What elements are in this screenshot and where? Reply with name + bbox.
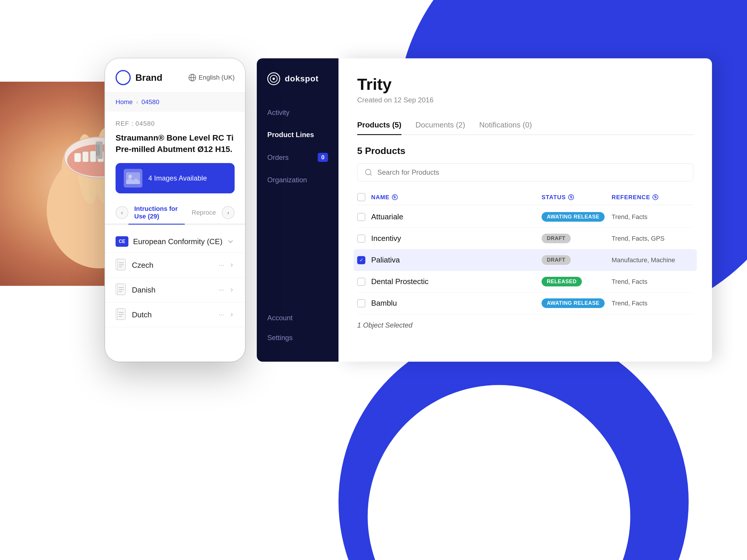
product-name: Paliativa [371,256,542,265]
svg-rect-10 [90,151,96,162]
tab-next-button[interactable]: › [222,206,235,219]
phone-tabs: ‹ Intructions for Use (29) Reproce › [105,202,245,224]
name-sort-icon[interactable]: ⇅ [392,194,398,200]
language-selector[interactable]: English (UK) [188,74,235,82]
phone-header: Brand English (UK) [105,58,245,92]
row-checkbox[interactable]: ✓ [357,256,365,264]
table-row[interactable]: Dental Prostectic RELEASED Trend, Facts [357,271,693,293]
table-row[interactable]: ✓ Paliativa DRAFT Manufacture, Machine [354,249,697,271]
sidebar-item-orders[interactable]: Orders 0 [257,146,338,169]
list-item-dots[interactable]: ··· [219,286,224,294]
list-item[interactable]: Danish ··· [105,278,245,302]
brand-logo-circle [115,70,131,85]
sidebar-logo: dokspot [257,72,338,102]
ce-badge: CE [115,236,128,247]
product-name: Incentivy [371,234,542,243]
svg-point-42 [273,78,275,80]
row-checkbox[interactable] [357,235,365,243]
orders-badge: 0 [318,153,328,162]
list-item-dots[interactable]: ··· [219,261,224,269]
list-item-name: Dutch [132,310,152,319]
document-icon [115,284,126,296]
tab-ifu[interactable]: Intructions for Use (29) [128,202,185,224]
language-label: English (UK) [199,74,235,81]
table-row[interactable]: Bamblu AWATING RELEASE Trend, Facts [357,293,693,314]
chevron-right-icon [229,312,235,318]
status-badge: DRAFT [542,234,571,243]
search-input[interactable] [377,168,686,177]
row-checkbox[interactable] [357,299,365,308]
reference-sort-icon[interactable]: ⇅ [652,194,658,200]
sidebar-item-activity[interactable]: Activity [257,102,338,124]
chevron-right-icon [229,262,235,268]
svg-rect-9 [83,152,88,162]
list-item[interactable]: Czech ··· [105,253,245,278]
list-item-name: Danish [132,286,156,295]
product-reference: Trend, Facts, GPS [612,235,693,242]
status-badge: AWATING RELEASE [542,212,604,222]
images-count-label: 4 Images Available [148,174,207,182]
breadcrumb-ref[interactable]: 04580 [141,98,159,106]
main-tabs: Products (5)Documents (2)Notifications (… [357,116,693,135]
product-reference: Trend, Facts [612,278,693,286]
svg-point-43 [366,169,371,175]
sidebar-item-product-lines[interactable]: Product Lines [257,124,338,146]
status-badge: RELEASED [542,277,582,287]
main-panel: Trity Created on 12 Sep 2016 Products (5… [338,58,712,362]
tab-products[interactable]: Products (5) [357,116,402,135]
list-item-name: Czech [132,261,153,270]
image-thumbnail [124,169,143,188]
phone-content: REF : 04580 Straumann® Bone Level RC Ti … [105,112,245,362]
search-bar[interactable] [357,163,693,181]
ce-label: European Conformity (CE) [133,237,222,246]
col-status-header[interactable]: STATUS ⇅ [542,193,612,201]
select-all-checkbox[interactable] [357,193,365,201]
status-sort-icon[interactable]: ⇅ [568,194,574,200]
ce-conformity-item[interactable]: CE European Conformity (CE) [105,231,245,253]
col-reference-header[interactable]: REFERENCE ⇅ [612,193,693,201]
product-reference: Manufacture, Machine [612,257,693,264]
row-checkbox[interactable] [357,213,365,221]
tab-reproce[interactable]: Reproce [186,205,222,220]
tab-prev-button[interactable]: ‹ [115,206,128,219]
sidebar-bottom-nav: AccountSettings [257,308,338,348]
phone-document-list: Czech ··· Danish ··· [105,253,245,327]
tab-documents[interactable]: Documents (2) [415,116,465,135]
page-title: Trity [357,75,693,94]
list-item-dots[interactable]: ··· [219,311,224,319]
selected-count: 1 Object Selected [357,321,693,329]
sidebar-bottom-settings[interactable]: Settings [257,328,338,348]
orders-label: Orders [267,153,289,162]
brand-name: Brand [135,72,162,83]
product-table: Attuariale AWATING RELEASE Trend, Facts … [357,206,693,314]
sidebar-bottom-account[interactable]: Account [257,308,338,328]
status-badge: AWATING RELEASE [542,298,604,308]
product-name: Attuariale [371,212,542,221]
images-banner[interactable]: 4 Images Available [115,163,235,193]
table-row[interactable]: Incentivy DRAFT Trend, Facts, GPS [357,228,693,249]
globe-icon [188,74,197,82]
sidebar-item-organization[interactable]: Organization [257,169,338,191]
svg-rect-16 [98,144,100,156]
mobile-phone: Brand English (UK) Home › 04580 REF : 04… [105,58,245,362]
section-title: 5 Products [357,145,693,156]
product-title: Straumann® Bone Level RC Ti Pre-milled A… [105,130,245,163]
breadcrumb-home[interactable]: Home [115,98,133,106]
list-item[interactable]: Dutch ··· [105,302,245,327]
document-icon [115,259,126,271]
tab-notifications[interactable]: Notifications (0) [479,116,532,135]
search-icon [364,168,372,177]
col-name-header[interactable]: NAME ⇅ [371,193,542,201]
sidebar-nav: ActivityProduct Lines Orders 0 Organizat… [257,102,338,191]
breadcrumb: Home › 04580 [105,92,245,112]
product-ref: REF : 04580 [105,112,245,130]
breadcrumb-separator: › [136,99,138,105]
sidebar: dokspot ActivityProduct Lines Orders 0 O… [257,58,338,362]
phone-logo: Brand [115,70,162,85]
created-date: Created on 12 Sep 2016 [357,96,693,104]
status-badge: DRAFT [542,255,571,265]
table-row[interactable]: Attuariale AWATING RELEASE Trend, Facts [357,206,693,228]
svg-rect-15 [96,144,98,156]
svg-rect-8 [74,153,81,162]
row-checkbox[interactable] [357,278,365,286]
